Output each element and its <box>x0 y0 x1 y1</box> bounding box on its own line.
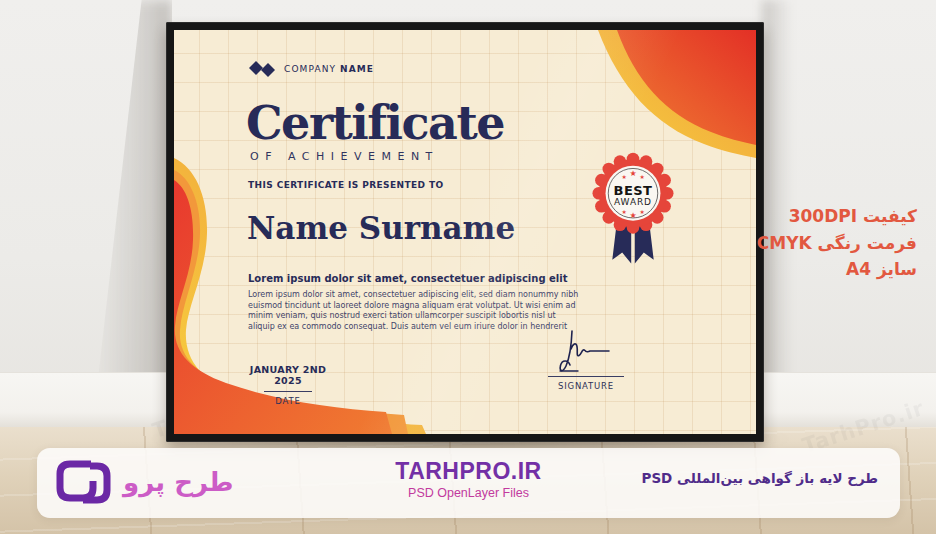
certificate-title: Certificate <box>246 96 504 150</box>
website-text: TARHPRO.IR <box>395 458 541 485</box>
spec-color-format: فرمت رنگی CMYK <box>757 230 917 257</box>
date-block: JANUARY 2ND 2025 DATE <box>244 364 332 406</box>
spec-notes: کیفیت 300DPI فرمت رنگی CMYK سایز A4 <box>757 203 917 283</box>
footer-strip: طرح پرو TARHPRO.IR PSD OpenLayer Files ط… <box>37 448 900 518</box>
spec-quality: کیفیت 300DPI <box>757 203 917 230</box>
badge-word-best: BEST <box>614 183 653 198</box>
presented-to-label: THIS CERTIFICATE IS PRESENTED TO <box>248 180 443 190</box>
signature-rule <box>548 376 624 377</box>
date-value: JANUARY 2ND 2025 <box>244 364 332 386</box>
mockup-scene: TarhPro.ir TarhPro.ir TarhPro.ir TarhPro… <box>0 0 936 534</box>
svg-text:★: ★ <box>629 210 636 220</box>
frame-cast-shadow-left <box>92 0 172 430</box>
company-logo-icon <box>248 60 276 78</box>
brand-group: طرح پرو <box>49 454 234 510</box>
statement-heading: Lorem ipsum dolor sit amet, consectetuer… <box>248 273 567 284</box>
tagline-text: PSD OpenLayer Files <box>395 486 541 500</box>
company-name: COMPANY NAME <box>284 64 374 74</box>
footer-description-fa: طرح لایه باز گواهی بین‌المللی PSD <box>641 470 878 486</box>
badge-word-award: AWARD <box>614 197 652 207</box>
spec-size: سایز A4 <box>757 256 917 283</box>
svg-text:★: ★ <box>639 209 644 215</box>
brand-name-fa: طرح پرو <box>123 467 234 497</box>
certificate-document: COMPANY NAME Certificate OF ACHIEVEMENT … <box>174 30 756 434</box>
tarhpro-logo-icon <box>49 454 115 510</box>
svg-text:★: ★ <box>629 168 636 178</box>
date-rule <box>264 391 312 392</box>
certificate-frame: COMPANY NAME Certificate OF ACHIEVEMENT … <box>166 22 764 442</box>
best-award-badge: ★ ★★ ★ ★★ BEST AWARD <box>588 150 678 267</box>
signature-block: SIGNATURE <box>541 330 631 391</box>
signature-label: SIGNATURE <box>541 381 631 391</box>
site-group: TARHPRO.IR PSD OpenLayer Files <box>395 458 541 500</box>
svg-text:★: ★ <box>639 174 644 180</box>
svg-text:★: ★ <box>621 209 626 215</box>
svg-text:★: ★ <box>621 174 626 180</box>
company-name-bold: NAME <box>340 64 374 74</box>
statement-body: Lorem ipsum dolor sit amet, consectetuer… <box>248 290 582 333</box>
signature-scribble <box>555 330 617 376</box>
company-header: COMPANY NAME <box>248 60 374 78</box>
date-label: DATE <box>244 396 332 406</box>
certificate-subtitle: OF ACHIEVEMENT <box>250 150 439 163</box>
recipient-name: Name Surname <box>247 210 515 246</box>
company-prefix: COMPANY <box>284 64 336 74</box>
